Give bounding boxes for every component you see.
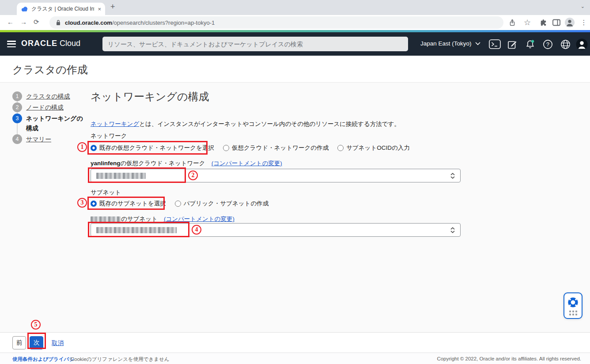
networking-doc-link[interactable]: ネットワーキング — [91, 121, 139, 127]
radio-label: サブネットOCIDの入力 — [346, 144, 410, 152]
subnet-select-label: のサブネット(コンパートメントの変更) — [91, 215, 234, 223]
step-number: 4 — [12, 134, 22, 144]
chevron-down-icon — [475, 42, 480, 46]
help-question-icon[interactable]: ? — [541, 38, 554, 50]
svg-text:?: ? — [546, 41, 549, 47]
subnet-select[interactable] — [91, 223, 461, 237]
radio-label: 仮想クラウド・ネットワークの作成 — [232, 144, 329, 152]
page-title: クラスタの作成 — [12, 63, 88, 77]
select-chevrons-icon — [450, 227, 455, 235]
step-networking-config: 3 ネットワーキングの構成 — [12, 114, 88, 133]
forward-icon[interactable]: → — [20, 18, 27, 26]
region-label: Japan East (Tokyo) — [420, 40, 472, 47]
share-icon[interactable] — [507, 17, 518, 28]
vcn-select[interactable] — [91, 169, 461, 182]
network-group-label: ネットワーク — [91, 132, 127, 140]
step-cluster-config[interactable]: 1 クラスタの構成 — [12, 91, 88, 101]
wizard-content: 1 クラスタの構成 2 ノードの構成 3 ネットワーキングの構成 4 サマリー … — [0, 83, 590, 332]
radio-icon[interactable] — [175, 201, 181, 207]
step-label: ネットワーキングの構成 — [26, 114, 88, 133]
step-number: 2 — [12, 102, 22, 112]
page-title-bar: クラスタの作成 — [0, 56, 590, 83]
brand-cloud: Cloud — [60, 39, 80, 48]
address-bar[interactable]: cloud.oracle.com/opensearch/clusters?reg… — [49, 16, 503, 29]
oci-header: ORACLECloud Japan East (Tokyo) ? — [0, 32, 590, 56]
browser-window: クラスタ | Oracle Cloud Infrastru × + ⌄ ← → … — [0, 0, 590, 364]
radio-label: パブリック・サブネットの作成 — [184, 200, 269, 208]
vcn-select-label: yanlinfengの仮想クラウド・ネットワーク(コンパートメントの変更) — [91, 159, 282, 167]
intro-text: ネットワーキングとは、インスタンスがインターネットやコンソール内のその他のリソー… — [91, 120, 400, 128]
step-label[interactable]: ノードの構成 — [26, 102, 64, 112]
change-compartment-link[interactable]: (コンパートメントの変更) — [212, 160, 282, 167]
browser-tab-strip: クラスタ | Oracle Cloud Infrastru × + ⌄ — [0, 0, 590, 15]
support-help-widget[interactable] — [564, 292, 582, 319]
browser-profile-avatar[interactable] — [564, 17, 575, 28]
brand-oracle: ORACLE — [21, 39, 57, 48]
compartment-name: yanlinfeng — [91, 160, 121, 167]
radio-create-public-subnet[interactable]: パブリック・サブネットの作成 — [175, 200, 269, 208]
browser-menu-icon[interactable]: ⋮ — [579, 17, 589, 28]
hamburger-menu-icon[interactable] — [7, 41, 16, 47]
radio-select-existing-subnet[interactable]: 既存のサブネットを選択 — [91, 200, 166, 208]
subnet-select-value-redacted — [96, 227, 177, 233]
step-label[interactable]: サマリー — [26, 134, 51, 144]
notifications-bell-icon[interactable] — [524, 38, 536, 50]
lock-icon — [56, 19, 61, 26]
select-chevrons-icon — [450, 173, 455, 181]
radio-create-vcn[interactable]: 仮想クラウド・ネットワークの作成 — [223, 144, 329, 152]
intro-rest: とは、インスタンスがインターネットやコンソール内のその他のリソースに接続する方法… — [139, 121, 400, 127]
language-globe-icon[interactable] — [559, 38, 571, 50]
global-search-input[interactable] — [102, 37, 408, 51]
announcements-edit-icon[interactable] — [506, 38, 518, 50]
step-number: 1 — [12, 91, 22, 101]
url-path: /opensearch/clusters?region=ap-tokyo-1 — [112, 19, 215, 26]
radio-label: 既存の仮想クラウド・ネットワークを選択 — [99, 144, 214, 152]
next-button[interactable]: 次 — [30, 336, 43, 349]
radio-icon[interactable] — [337, 145, 344, 151]
network-radio-group: 既存の仮想クラウド・ネットワークを選択 仮想クラウド・ネットワークの作成 サブネ… — [91, 142, 410, 154]
cloud-favicon-icon — [21, 6, 28, 12]
wizard-stepper: 1 クラスタの構成 2 ノードの構成 3 ネットワーキングの構成 4 サマリー — [12, 91, 88, 145]
cookie-preferences-text: Cookieのプリファレンスを使用できません — [71, 356, 170, 363]
region-selector[interactable]: Japan East (Tokyo) — [420, 40, 480, 47]
step-number: 3 — [12, 114, 22, 123]
refresh-icon[interactable]: ⟳ — [34, 18, 39, 26]
step-node-config[interactable]: 2 ノードの構成 — [12, 102, 88, 112]
cloud-shell-icon[interactable] — [488, 38, 501, 50]
subnet-group-label: サブネット — [91, 189, 121, 197]
radio-label: 既存のサブネットを選択 — [99, 200, 166, 208]
radio-icon[interactable] — [223, 145, 229, 151]
vcn-label-rest: の仮想クラウド・ネットワーク — [121, 160, 205, 167]
radio-enter-subnet-ocid[interactable]: サブネットOCIDの入力 — [337, 144, 410, 152]
url-host: cloud.oracle.com — [65, 19, 112, 26]
previous-button[interactable]: 前 — [12, 336, 26, 349]
side-panel-icon[interactable] — [551, 17, 562, 28]
radio-icon[interactable] — [91, 201, 97, 207]
radio-select-existing-vcn[interactable]: 既存の仮想クラウド・ネットワークを選択 — [91, 144, 214, 152]
extensions-puzzle-icon[interactable] — [538, 17, 548, 28]
lifebuoy-icon — [567, 296, 579, 309]
user-avatar[interactable] — [575, 38, 588, 50]
compartment-name-redacted — [91, 216, 121, 222]
oracle-cloud-logo[interactable]: ORACLECloud — [21, 39, 80, 48]
wizard-action-bar: 前 次 取消 — [0, 332, 590, 353]
tab-close-icon[interactable]: × — [98, 6, 101, 12]
page-footer: 使用条件およびプライバシ Cookieのプリファレンスを使用できません Copy… — [0, 353, 590, 364]
new-tab-button[interactable]: + — [110, 2, 115, 11]
section-heading: ネットワーキングの構成 — [91, 90, 209, 104]
tab-strip-chevron-icon[interactable]: ⌄ — [581, 4, 585, 9]
drag-handle-dots-icon — [569, 311, 577, 315]
step-label[interactable]: クラスタの構成 — [26, 91, 70, 101]
url-text: cloud.oracle.com/opensearch/clusters?reg… — [65, 19, 215, 27]
copyright-text: Copyright © 2022, Oracle and/or its affi… — [437, 356, 581, 361]
step-summary[interactable]: 4 サマリー — [12, 134, 88, 144]
back-icon[interactable]: ← — [7, 18, 14, 26]
vcn-select-value-redacted — [96, 173, 146, 179]
radio-icon[interactable] — [91, 145, 97, 151]
bookmark-star-icon[interactable]: ☆ — [522, 17, 533, 28]
subnet-label-rest: のサブネット — [121, 216, 158, 222]
change-compartment-link[interactable]: (コンパートメントの変更) — [164, 216, 234, 222]
terms-privacy-link[interactable]: 使用条件およびプライバシ — [12, 356, 74, 363]
browser-tab[interactable]: クラスタ | Oracle Cloud Infrastru × — [17, 3, 105, 15]
cancel-link[interactable]: 取消 — [52, 339, 64, 347]
